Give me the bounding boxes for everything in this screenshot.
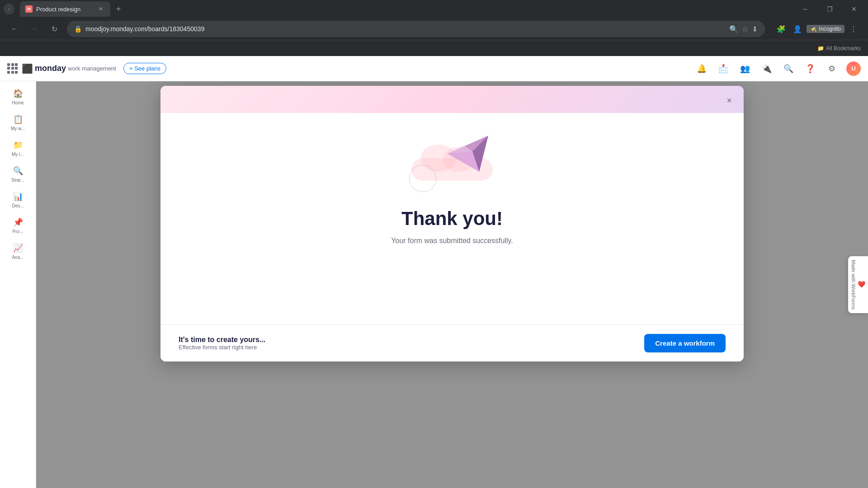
cta-area: It's time to create yours... Effective f… bbox=[160, 324, 744, 361]
monday-icon: ⬛ bbox=[22, 63, 33, 74]
profile-button[interactable]: 👤 bbox=[790, 22, 805, 36]
help-button[interactable]: ❓ bbox=[803, 61, 817, 76]
search-icon: 🔍 bbox=[729, 25, 738, 33]
myitems-icon: 📁 bbox=[13, 140, 23, 150]
sidebar-item-search-label: Sear... bbox=[11, 178, 24, 183]
sidebar-item-search[interactable]: 🔍 Sear... bbox=[2, 162, 34, 186]
sidebar-item-mywork-label: My w... bbox=[11, 126, 25, 131]
modal: × bbox=[160, 86, 744, 361]
people-button[interactable]: 👥 bbox=[738, 61, 752, 76]
sidebar-item-analytics-label: Ana... bbox=[12, 255, 24, 260]
cta-heading: It's time to create yours... bbox=[179, 336, 265, 344]
analytics-icon: 📈 bbox=[13, 243, 23, 253]
monday-logo-area: ⬛ monday work management bbox=[7, 63, 116, 74]
tab-bar: ‹ M Product redesign ✕ + ─ ❐ ✕ bbox=[0, 0, 868, 18]
home-icon: 🏠 bbox=[13, 89, 23, 99]
sidebar-item-home-label: Home bbox=[12, 100, 24, 105]
paper-plane-svg-wrapper bbox=[443, 127, 497, 183]
star-icon[interactable]: ☆ bbox=[742, 25, 748, 33]
main-layout: 🏠 Home 📋 My w... 📁 My I... 🔍 Sear... 📊 D… bbox=[0, 81, 868, 488]
browser-actions: 🧩 👤 🕵 Incognito ⋮ bbox=[774, 22, 861, 36]
apps-icon[interactable] bbox=[7, 63, 18, 74]
tab-nav-buttons: ‹ bbox=[4, 4, 14, 14]
url-icons: 🔍 ☆ ⬇ bbox=[729, 25, 758, 33]
address-bar: ← → ↻ 🔒 moodjoy.monday.com/boards/183045… bbox=[0, 18, 868, 40]
incognito-badge: 🕵 Incognito bbox=[807, 25, 844, 33]
maximize-button[interactable]: ❐ bbox=[819, 0, 840, 18]
close-button[interactable]: ✕ bbox=[844, 0, 864, 18]
url-bar[interactable]: 🔒 moodjoy.monday.com/boards/1830450039 🔍… bbox=[67, 21, 765, 37]
extensions-button[interactable]: 🧩 bbox=[774, 22, 788, 36]
modal-close-button[interactable]: × bbox=[722, 93, 736, 108]
tab-close-button[interactable]: ✕ bbox=[97, 5, 105, 13]
bookmarks-bar: 📁 All Bookmarks bbox=[0, 40, 868, 56]
minimize-button[interactable]: ─ bbox=[795, 0, 816, 18]
close-icon: × bbox=[726, 95, 732, 106]
sidebar-item-home[interactable]: 🏠 Home bbox=[2, 85, 34, 109]
tab-title: Product redesign bbox=[36, 6, 80, 13]
integrations-button[interactable]: 🔌 bbox=[760, 61, 774, 76]
page-content: × bbox=[36, 81, 868, 488]
workforms-badge: ❤️ Made with WorkForms bbox=[848, 256, 868, 313]
prev-tab-button[interactable]: ‹ bbox=[4, 4, 14, 14]
mywork-icon: 📋 bbox=[13, 114, 23, 124]
bookmarks-label: All Bookmarks bbox=[826, 45, 861, 52]
monday-topbar: ⬛ monday work management + See plans 🔔 📩… bbox=[0, 56, 868, 81]
cta-subtext: Effective forms start right here bbox=[179, 344, 265, 351]
sidebar-item-design-label: Des... bbox=[12, 203, 24, 208]
sidebar: 🏠 Home 📋 My w... 📁 My I... 🔍 Sear... 📊 D… bbox=[0, 81, 36, 488]
bookmarks-folder-icon: 📁 bbox=[817, 45, 824, 52]
sidebar-item-project-label: Pro... bbox=[13, 229, 24, 234]
topbar-right: 🔔 📩 👥 🔌 🔍 ❓ ⚙ U bbox=[694, 61, 861, 76]
workforms-badge-label: Made with WorkForms bbox=[851, 260, 856, 310]
forward-button[interactable]: → bbox=[27, 22, 42, 36]
browser-chrome: ‹ M Product redesign ✕ + ─ ❐ ✕ ← → ↻ 🔒 m… bbox=[0, 0, 868, 56]
search-nav-icon: 🔍 bbox=[13, 166, 23, 176]
paper-plane-illustration bbox=[398, 127, 506, 194]
inbox-button[interactable]: 📩 bbox=[716, 61, 731, 76]
monday-subtype: work management bbox=[68, 65, 116, 72]
search-button[interactable]: 🔍 bbox=[781, 61, 796, 76]
modal-overlay: × bbox=[36, 81, 868, 488]
back-button[interactable]: ← bbox=[7, 22, 22, 36]
sidebar-item-project[interactable]: 📌 Pro... bbox=[2, 214, 34, 238]
url-text: moodjoy.monday.com/boards/1830450039 bbox=[85, 25, 726, 33]
refresh-button[interactable]: ↻ bbox=[47, 22, 61, 36]
notifications-button[interactable]: 🔔 bbox=[694, 61, 709, 76]
active-tab[interactable]: M Product redesign ✕ bbox=[20, 1, 110, 17]
monday-wordmark: monday bbox=[35, 64, 66, 73]
modal-top-banner bbox=[160, 86, 744, 113]
window-controls: ─ ❐ ✕ bbox=[795, 0, 864, 18]
paper-plane-svg bbox=[443, 127, 497, 181]
download-icon[interactable]: ⬇ bbox=[752, 25, 758, 33]
sidebar-item-myitems[interactable]: 📁 My I... bbox=[2, 136, 34, 160]
thank-you-heading: Thank you! bbox=[401, 208, 503, 230]
sidebar-item-myitems-label: My I... bbox=[12, 152, 24, 157]
app-content: ⬛ monday work management + See plans 🔔 📩… bbox=[0, 56, 868, 488]
project-icon: 📌 bbox=[13, 217, 23, 227]
see-plans-button[interactable]: + See plans bbox=[123, 63, 166, 74]
sidebar-item-mywork[interactable]: 📋 My w... bbox=[2, 111, 34, 135]
create-workform-button[interactable]: Create a workform bbox=[644, 334, 726, 352]
design-icon: 📊 bbox=[13, 192, 23, 202]
monday-logo: ⬛ monday work management bbox=[22, 63, 116, 74]
menu-button[interactable]: ⋮ bbox=[846, 22, 861, 36]
dotted-circle-decoration bbox=[409, 165, 436, 192]
sidebar-item-analytics[interactable]: 📈 Ana... bbox=[2, 239, 34, 263]
new-tab-button[interactable]: + bbox=[112, 3, 125, 15]
submitted-text: Your form was submitted successfully. bbox=[391, 237, 513, 245]
avatar[interactable]: U bbox=[846, 61, 861, 76]
sidebar-item-design[interactable]: 📊 Des... bbox=[2, 188, 34, 212]
cta-text-area: It's time to create yours... Effective f… bbox=[179, 336, 265, 351]
tab-favicon: M bbox=[25, 5, 33, 13]
settings-button[interactable]: ⚙ bbox=[825, 61, 839, 76]
